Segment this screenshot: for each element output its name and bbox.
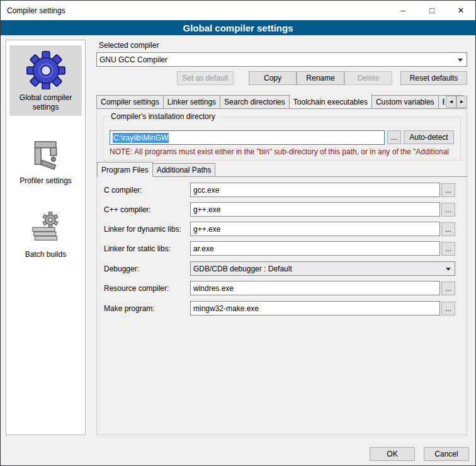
minimize-button[interactable]: – — [388, 1, 417, 20]
dynamic-linker-row: Linker for dynamic libs: g++.exe ... — [104, 222, 455, 236]
c-compiler-label: C compiler: — [104, 186, 190, 195]
page-title: Global compiler settings — [1, 20, 475, 35]
maximize-button[interactable]: □ — [417, 1, 446, 20]
resource-compiler-value: windres.exe — [193, 284, 234, 293]
make-program-value: mingw32-make.exe — [193, 304, 259, 313]
sidebar-item-label: Profiler settings — [20, 176, 72, 186]
resource-compiler-input[interactable]: windres.exe — [190, 281, 440, 295]
settings-tab-strip: Compiler settings Linker settings Search… — [96, 94, 467, 108]
tab-toolchain-executables[interactable]: Toolchain executables — [289, 94, 372, 108]
copy-button[interactable]: Copy — [249, 71, 297, 85]
minimize-icon: – — [400, 6, 405, 15]
tab-program-files[interactable]: Program Files — [97, 162, 153, 177]
bin-subdirectory-note: NOTE: All programs must exist either in … — [110, 147, 459, 156]
settings-sidebar: Global compiler settings Profiler settin… — [6, 40, 86, 435]
make-program-row: Make program: mingw32-make.exe ... — [104, 301, 455, 315]
sidebar-item-label: Global compiler settings — [11, 93, 81, 112]
tab-linker-settings[interactable]: Linker settings — [163, 95, 220, 108]
sidebar-item-label: Batch builds — [25, 250, 66, 259]
cpp-compiler-browse-button[interactable]: ... — [441, 203, 455, 217]
static-linker-browse-button[interactable]: ... — [441, 242, 455, 256]
program-files-tab-strip: Program Files Additional Paths — [97, 163, 468, 177]
cpp-compiler-row: C++ compiler: g++.exe ... — [104, 202, 455, 217]
cancel-button[interactable]: Cancel — [424, 447, 469, 461]
scroll-left-icon: ◄ — [449, 99, 454, 105]
installation-directory-input[interactable]: C:\raylib\MinGW — [110, 130, 385, 145]
close-icon: ✕ — [458, 6, 465, 15]
compiler-actions-row: Set as default Copy Rename Delete Reset … — [96, 71, 467, 86]
cpp-compiler-label: C++ compiler: — [104, 205, 190, 214]
dynamic-linker-label: Linker for dynamic libs: — [104, 225, 190, 234]
selected-compiler-value: GNU GCC Compiler — [99, 55, 167, 64]
rename-button[interactable]: Rename — [297, 71, 344, 85]
static-linker-row: Linker for static libs: ar.exe ... — [104, 241, 455, 256]
cpp-compiler-value: g++.exe — [193, 205, 220, 214]
installation-directory-group: Compiler's installation directory C:\ray… — [103, 116, 461, 161]
title-bar: Compiler settings – □ ✕ — [1, 1, 475, 20]
scroll-right-icon: ► — [460, 99, 465, 105]
debugger-row: Debugger: GDB/CDB debugger : Default — [104, 261, 455, 276]
c-compiler-browse-button[interactable]: ... — [441, 183, 455, 197]
main-panel: Selected compiler GNU GCC Compiler Set a… — [96, 40, 467, 435]
dynamic-linker-value: g++.exe — [193, 225, 220, 234]
make-program-input[interactable]: mingw32-make.exe — [190, 301, 440, 315]
debugger-value: GDB/CDB debugger : Default — [193, 264, 292, 273]
tab-compiler-settings[interactable]: Compiler settings — [96, 95, 164, 108]
tab-scroll-right-button[interactable]: ► — [456, 96, 467, 108]
make-program-label: Make program: — [104, 304, 190, 313]
sidebar-item-profiler-settings[interactable]: Profiler settings — [9, 132, 82, 190]
selected-compiler-dropdown[interactable]: GNU GCC Compiler — [96, 52, 467, 67]
resource-compiler-browse-button[interactable]: ... — [441, 281, 455, 295]
dynamic-linker-browse-button[interactable]: ... — [441, 222, 455, 236]
c-compiler-row: C compiler: gcc.exe ... — [104, 183, 455, 197]
auto-detect-button[interactable]: Auto-detect — [404, 130, 454, 144]
tab-scroll-left-button[interactable]: ◄ — [446, 96, 456, 108]
profiler-tool-icon — [28, 137, 64, 173]
tab-scroll-arrows: ◄ ► — [445, 96, 467, 108]
window-title: Compiler settings — [7, 6, 65, 15]
static-linker-input[interactable]: ar.exe — [190, 241, 440, 256]
dynamic-linker-input[interactable]: g++.exe — [190, 222, 440, 236]
resource-compiler-label: Resource compiler: — [104, 284, 190, 293]
chevron-down-icon — [446, 268, 451, 271]
set-as-default-button: Set as default — [177, 71, 234, 85]
static-linker-value: ar.exe — [193, 244, 214, 253]
cpp-compiler-input[interactable]: g++.exe — [190, 202, 440, 217]
close-button[interactable]: ✕ — [446, 1, 475, 20]
chevron-down-icon — [458, 59, 463, 62]
make-program-browse-button[interactable]: ... — [441, 302, 455, 315]
installation-directory-group-title: Compiler's installation directory — [108, 112, 218, 121]
debugger-dropdown[interactable]: GDB/CDB debugger : Default — [190, 261, 455, 276]
tab-search-directories[interactable]: Search directories — [220, 95, 290, 108]
ok-button[interactable]: OK — [370, 447, 415, 461]
static-linker-label: Linker for static libs: — [104, 244, 190, 253]
debugger-label: Debugger: — [104, 264, 190, 273]
toolchain-executables-panel: Compiler's installation directory C:\ray… — [96, 108, 467, 435]
tab-additional-paths[interactable]: Additional Paths — [152, 163, 216, 176]
compiler-settings-dialog: Compiler settings – □ ✕ Global compiler … — [0, 0, 476, 466]
c-compiler-input[interactable]: gcc.exe — [190, 183, 440, 197]
blue-gear-icon — [25, 50, 67, 89]
installation-directory-row: C:\raylib\MinGW ... Auto-detect — [110, 130, 454, 145]
installation-directory-value: C:\raylib\MinGW — [113, 133, 169, 143]
sidebar-item-batch-builds[interactable]: Batch builds — [9, 206, 82, 263]
window-controls: – □ ✕ — [388, 1, 475, 20]
sidebar-item-global-compiler-settings[interactable]: Global compiler settings — [9, 45, 82, 116]
delete-button: Delete — [344, 71, 392, 85]
resource-compiler-row: Resource compiler: windres.exe ... — [104, 281, 455, 295]
c-compiler-value: gcc.exe — [193, 186, 219, 195]
batch-builds-gear-stack-icon — [28, 211, 64, 246]
tab-custom-variables[interactable]: Custom variables — [371, 95, 439, 108]
maximize-icon: □ — [429, 6, 434, 15]
selected-compiler-label: Selected compiler — [99, 41, 159, 50]
reset-defaults-button[interactable]: Reset defaults — [400, 71, 467, 85]
installation-directory-browse-button[interactable]: ... — [387, 130, 401, 144]
